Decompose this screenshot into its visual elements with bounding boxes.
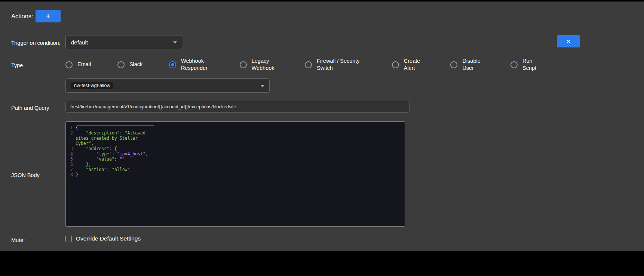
code-line: 7 "action": "allow": [68, 167, 405, 172]
trigger-condition-value: default: [71, 39, 88, 46]
radio-dot: [67, 63, 71, 66]
code-content: "action": "allow": [76, 167, 151, 172]
line-number: 6: [68, 162, 76, 167]
radio-dot: [119, 63, 123, 66]
json-body-label: JSON Body: [11, 172, 40, 178]
remove-action-button[interactable]: ✕: [557, 35, 580, 47]
code-line: 8}: [68, 172, 405, 177]
responder-selected-tag: nw-test-wgf-allow: [71, 82, 113, 90]
radio-icon[interactable]: [392, 61, 399, 68]
line-number: 4: [68, 151, 76, 156]
type-option-label: Legacy Webhook: [252, 58, 279, 72]
type-option-run-script[interactable]: Run Script: [510, 58, 540, 72]
code-line: 5 "value": "": [68, 156, 405, 162]
line-number: 8: [68, 172, 76, 177]
trigger-condition-select[interactable]: default: [65, 35, 182, 49]
trigger-condition-label: Trigger on condition:: [11, 40, 61, 46]
radio-dot: [512, 63, 516, 66]
line-number: 2: [68, 130, 76, 136]
type-option-label: Email: [77, 61, 91, 68]
code-line: 6 },: [68, 162, 405, 167]
code-content: },: [76, 162, 151, 167]
code-line: 1{: [68, 125, 405, 130]
chevron-down-icon: [173, 41, 177, 44]
code-line: 4 "type": "ipv4_host",: [68, 151, 405, 156]
type-label: Type: [11, 62, 23, 68]
radio-dot: [242, 63, 245, 66]
mute-label: Mute:: [11, 237, 25, 243]
code-content: "type": "ipv4_host",: [76, 151, 151, 156]
line-number: 1: [68, 125, 76, 130]
type-option-create-alert[interactable]: Create Alert: [392, 58, 424, 72]
radio-icon[interactable]: [510, 61, 518, 68]
override-default-settings-label: Override Default Settings: [76, 235, 141, 242]
radio-dot: [394, 63, 397, 66]
path-query-label: Path and Query: [11, 105, 49, 111]
override-default-settings-checkbox[interactable]: [65, 236, 72, 242]
radio-selected-icon[interactable]: [169, 61, 176, 68]
type-option-label: Firewall / Security Switch: [317, 58, 365, 72]
code-content: {: [76, 125, 151, 130]
type-option-label: Slack: [129, 61, 142, 68]
line-number: 7: [68, 167, 76, 172]
type-radio-group: EmailSlackWebhook ResponderLegacy Webhoo…: [65, 54, 540, 75]
type-option-label: Disable User: [462, 58, 484, 72]
plus-icon: +: [46, 12, 50, 20]
editor-scrollbar-track: [78, 125, 154, 125]
chevron-down-icon: [261, 85, 264, 87]
code-content: }: [76, 172, 151, 177]
code-content: "description": "Allowed sites created by…: [76, 130, 151, 146]
radio-icon[interactable]: [305, 61, 312, 68]
type-option-slack[interactable]: Slack: [117, 61, 142, 68]
type-option-email[interactable]: Email: [65, 61, 91, 68]
code-lines: 1{2 "description": "Allowed sites create…: [68, 125, 405, 177]
radio-icon[interactable]: [450, 61, 457, 68]
code-line: 3 "address": {: [68, 146, 405, 151]
code-content: "value": "": [76, 156, 151, 162]
add-action-button[interactable]: +: [36, 10, 61, 22]
action-config-panel: Actions: + Trigger on condition: default…: [0, 1, 644, 251]
radio-dot: [307, 63, 310, 66]
type-option-disable-user[interactable]: Disable User: [450, 58, 484, 72]
radio-dot: [452, 63, 456, 66]
actions-label: Actions:: [11, 13, 33, 20]
responder-select[interactable]: nw-test-wgf-allow: [65, 78, 270, 93]
type-option-label: Create Alert: [404, 58, 424, 72]
radio-dot: [171, 63, 174, 66]
radio-icon[interactable]: [240, 61, 247, 68]
line-number: 3: [68, 146, 76, 151]
line-number: 5: [68, 156, 76, 162]
json-body-editor[interactable]: 1{2 "description": "Allowed sites create…: [65, 121, 405, 227]
radio-icon[interactable]: [65, 61, 73, 68]
type-option-webhook-responder[interactable]: Webhook Responder: [169, 58, 213, 72]
type-option-firewall-security-switch[interactable]: Firewall / Security Switch: [305, 58, 365, 72]
radio-icon[interactable]: [117, 61, 125, 68]
mute-override-row: Override Default Settings: [65, 235, 141, 242]
type-option-legacy-webhook[interactable]: Legacy Webhook: [240, 58, 279, 72]
code-line: 2 "description": "Allowed sites created …: [68, 130, 405, 146]
code-content: "address": {: [76, 146, 151, 151]
type-option-label: Webhook Responder: [181, 58, 213, 72]
close-icon: ✕: [566, 38, 571, 44]
path-query-input[interactable]: [65, 101, 410, 113]
type-option-label: Run Script: [522, 58, 540, 72]
